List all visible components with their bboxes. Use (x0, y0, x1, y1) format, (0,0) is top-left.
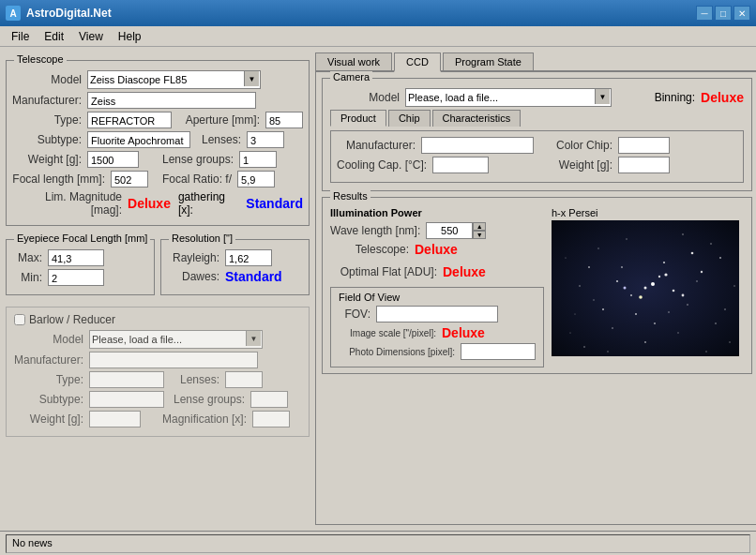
telescope-focal-length-label: Focal length [mm]: (12, 172, 111, 186)
wavelength-spin-buttons: ▲ ▼ (473, 222, 486, 239)
telescope-aperture-value: 85 (265, 112, 303, 128)
camera-product-rows: Manufacturer: Cooling Cap. [°C]: Color C… (337, 137, 737, 176)
telescope-model-wrapper: Zeiss Diascope FL85 ▼ (87, 70, 261, 89)
camera-inner-tabs: Product Chip Characteristics (330, 110, 744, 127)
camera-manufacturer-row: Manufacturer: (337, 137, 534, 154)
weight-lensegroups-row: Weight [g]: 1500 Lense groups: 1 (12, 151, 303, 171)
results-left: Illumination Power Wave length [nm]: 550… (330, 207, 544, 368)
camera-manufacturer-value (421, 137, 534, 154)
svg-point-6 (687, 304, 688, 306)
inner-tab-characteristics[interactable]: Characteristics (432, 110, 522, 127)
svg-point-16 (579, 285, 581, 287)
fov-value (376, 306, 498, 322)
svg-point-30 (583, 346, 585, 348)
tab-ccd[interactable]: CCD (394, 52, 441, 72)
telescope-lenses-value: 3 (247, 131, 284, 148)
svg-point-14 (612, 327, 613, 329)
svg-point-26 (597, 248, 598, 248)
wavelength-row: Wave length [nm]: 550 ▲ ▼ (330, 222, 544, 239)
wavelength-spin-up[interactable]: ▲ (473, 222, 486, 231)
minimize-button[interactable]: ─ (696, 6, 713, 21)
svg-point-11 (663, 262, 665, 263)
main-content: Telescope Model Zeiss Diascope FL85 ▼ Ma… (0, 47, 756, 531)
results-right: h-x Persei (552, 207, 744, 368)
inner-tab-product[interactable]: Product (330, 110, 386, 127)
camera-color-chip-value (618, 137, 670, 154)
barlow-magnification-label: Magnification [x]: (162, 412, 252, 426)
barlow-type-value (89, 371, 164, 388)
camera-cooling-value (432, 157, 489, 173)
dawes-row: Dawes: Standard (169, 269, 301, 284)
telescope-model-select[interactable]: Zeiss Diascope FL85 (87, 70, 261, 89)
image-scale-label: Image scale ["/pixel]: (339, 328, 442, 338)
camera-model-wrapper-row: Model Please, load a file... ▼ (330, 88, 612, 107)
telescope-weight-label: Weight [g]: (12, 153, 87, 166)
menu-help[interactable]: Help (111, 28, 149, 45)
rayleigh-label: Rayleigh: (169, 251, 225, 264)
wavelength-spin-down[interactable]: ▼ (473, 231, 486, 239)
svg-point-3 (630, 294, 632, 296)
barlow-subtype-value (89, 391, 164, 408)
right-panel: Visual work CCD Program State Camera Mod… (315, 52, 756, 525)
svg-point-40 (626, 238, 627, 239)
camera-weight-row: Weight [g]: (552, 157, 670, 173)
maximize-button[interactable]: □ (715, 6, 732, 21)
menu-view[interactable]: View (71, 28, 111, 45)
svg-point-37 (724, 308, 726, 310)
svg-point-36 (593, 299, 594, 300)
telescope-lenses-row: Lenses: 3 (200, 131, 303, 148)
barlow-manufacturer-row: Manufacturer: (14, 352, 301, 368)
svg-point-35 (696, 280, 698, 282)
optimal-flat-label: Optimal Flat [ADU]: (330, 265, 443, 278)
svg-point-5 (616, 280, 618, 282)
camera-manufacturer-label: Manufacturer: (337, 139, 421, 152)
image-scale-value: Deluxe (442, 325, 485, 340)
camera-cooling-row: Cooling Cap. [°C]: (337, 157, 534, 173)
menu-file[interactable]: File (4, 28, 37, 45)
telescope-aperture-label: Aperture [mm]: (181, 113, 265, 127)
lim-magnitude-row: Lim. Magnitude [mag]: Deluxe gathering [… (12, 190, 303, 217)
telescope-focal-ratio-label: Focal Ratio: f/ (162, 172, 237, 186)
eyepiece-min-row: Min: 2 (14, 269, 146, 286)
barlow-header: Barlow / Reducer (14, 313, 301, 326)
svg-point-33 (668, 311, 670, 313)
telescope-lensegroups-value: 1 (239, 151, 277, 168)
barlow-model-label: Model (14, 333, 89, 346)
barlow-model-select[interactable]: Please, load a file... (89, 330, 263, 349)
barlow-weight-value (89, 411, 141, 428)
wavelength-input[interactable]: 550 (426, 222, 473, 239)
camera-cooling-label: Cooling Cap. [°C]: (337, 158, 432, 172)
telescope-manufacturer-label: Manufacturer: (12, 94, 87, 107)
photo-dimensions-label: Photo Dimensions [pixel]: (339, 347, 461, 357)
eyepiece-max-label: Max: (14, 251, 48, 264)
rayleigh-row: Rayleigh: 1,62 (169, 249, 301, 266)
eyepiece-section: Eyepiece Focal Length [mm] Max: 41,3 Min… (6, 239, 155, 295)
telescope-manufacturer-row: Manufacturer: Zeiss (12, 92, 303, 109)
camera-weight-label: Weight [g]: (552, 158, 618, 172)
star-field-svg (552, 220, 739, 356)
close-button[interactable]: ✕ (733, 6, 750, 21)
barlow-lenses-row: Lenses: (174, 371, 301, 388)
barlow-lenses-value (225, 371, 263, 388)
tab-program-state[interactable]: Program State (443, 52, 534, 70)
barlow-type-label: Type: (14, 373, 89, 386)
fov-title: Field Of View (339, 292, 536, 303)
tab-visual-work[interactable]: Visual work (315, 52, 392, 70)
menu-edit[interactable]: Edit (37, 28, 71, 45)
svg-point-19 (569, 332, 570, 333)
camera-left-fields: Manufacturer: Cooling Cap. [°C]: (337, 137, 534, 176)
left-panel: Telescope Model Zeiss Diascope FL85 ▼ Ma… (6, 52, 310, 525)
barlow-subtype-label: Subtype: (14, 393, 89, 406)
barlow-subtype-lensegroups-row: Subtype: Lense groups: (14, 391, 301, 411)
inner-tab-chip[interactable]: Chip (388, 110, 431, 127)
camera-right-fields: Color Chip: Weight [g]: (552, 137, 670, 176)
svg-point-29 (733, 285, 734, 286)
type-aperture-row: Type: REFRACTOR Aperture [mm]: 85 (12, 112, 303, 131)
svg-point-28 (565, 257, 566, 258)
barlow-title: Barlow / Reducer (29, 313, 115, 326)
camera-model-select[interactable]: Please, load a file... (405, 88, 612, 107)
focal-row: Focal length [mm]: 502 Focal Ratio: f/ 5… (12, 171, 303, 190)
telescope-subtype-value: Fluorite Apochromat (87, 131, 190, 148)
barlow-checkbox[interactable] (14, 314, 25, 325)
binning-value: Deluxe (701, 90, 744, 105)
